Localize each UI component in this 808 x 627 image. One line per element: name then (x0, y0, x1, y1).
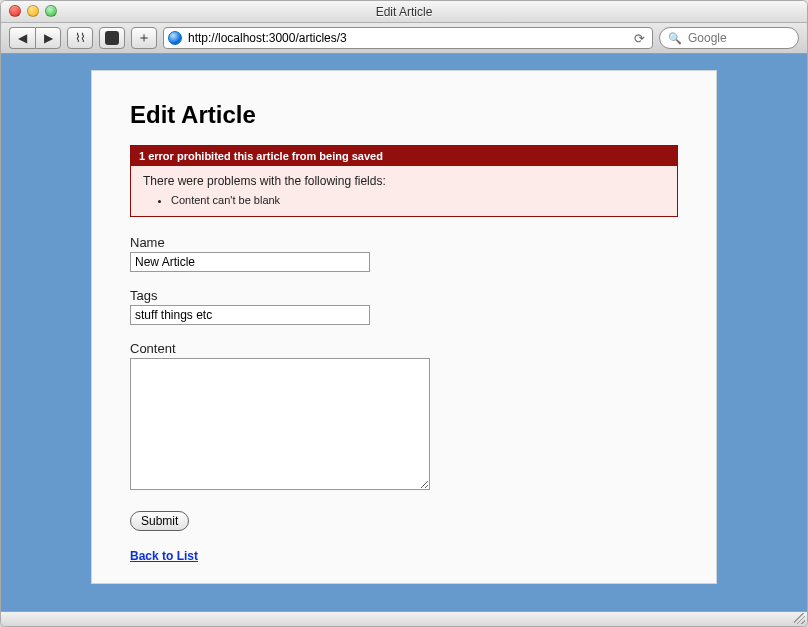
page-title: Edit Article (130, 101, 678, 129)
add-button[interactable]: ＋ (131, 27, 157, 49)
reload-icon[interactable]: ⟳ (631, 31, 648, 46)
error-header: 1 error prohibited this article from bei… (131, 146, 677, 166)
content-label: Content (130, 341, 678, 356)
form-actions: Submit (130, 509, 678, 531)
error-body: There were problems with the following f… (131, 166, 677, 216)
browser-toolbar: ◀ ▶ ⌇⌇ ＋ ⟳ 🔍 (1, 23, 807, 54)
name-label: Name (130, 235, 678, 250)
error-intro: There were problems with the following f… (143, 174, 665, 188)
zoom-icon[interactable] (45, 5, 57, 17)
viewport: Edit Article 1 error prohibited this art… (1, 54, 807, 611)
evernote-button[interactable] (99, 27, 125, 49)
browser-window: Edit Article ◀ ▶ ⌇⌇ ＋ ⟳ 🔍 (0, 0, 808, 627)
search-bar[interactable]: 🔍 (659, 27, 799, 49)
form-row-name: Name (130, 235, 678, 272)
resize-handle-icon[interactable] (794, 613, 805, 624)
close-icon[interactable] (9, 5, 21, 17)
form-row-content: Content (130, 341, 678, 493)
error-explanation: 1 error prohibited this article from bei… (130, 145, 678, 217)
elephant-icon (105, 31, 119, 45)
tags-field[interactable] (130, 305, 370, 325)
titlebar: Edit Article (1, 1, 807, 23)
forward-button[interactable]: ▶ (35, 27, 61, 49)
chevron-left-icon: ◀ (18, 31, 27, 45)
statusbar (1, 611, 807, 626)
page-container: Edit Article 1 error prohibited this art… (91, 70, 717, 584)
plus-icon: ＋ (137, 29, 151, 47)
url-input[interactable] (186, 30, 627, 46)
back-button[interactable]: ◀ (9, 27, 35, 49)
globe-icon (168, 31, 182, 45)
chevron-right-icon: ▶ (44, 31, 53, 45)
search-icon: 🔍 (668, 32, 682, 45)
error-item: Content can't be blank (171, 194, 665, 206)
name-field[interactable] (130, 252, 370, 272)
window-title: Edit Article (376, 5, 433, 19)
search-input[interactable] (686, 30, 808, 46)
tags-label: Tags (130, 288, 678, 303)
nav-group: ◀ ▶ (9, 27, 61, 49)
zigzag-icon: ⌇⌇ (75, 31, 85, 45)
minimize-icon[interactable] (27, 5, 39, 17)
content-field[interactable] (130, 358, 430, 490)
traffic-lights (9, 5, 57, 17)
back-to-list-link[interactable]: Back to List (130, 549, 678, 563)
address-bar[interactable]: ⟳ (163, 27, 653, 49)
form-row-tags: Tags (130, 288, 678, 325)
error-list: Content can't be blank (143, 194, 665, 206)
readability-button[interactable]: ⌇⌇ (67, 27, 93, 49)
submit-button[interactable]: Submit (130, 511, 189, 531)
